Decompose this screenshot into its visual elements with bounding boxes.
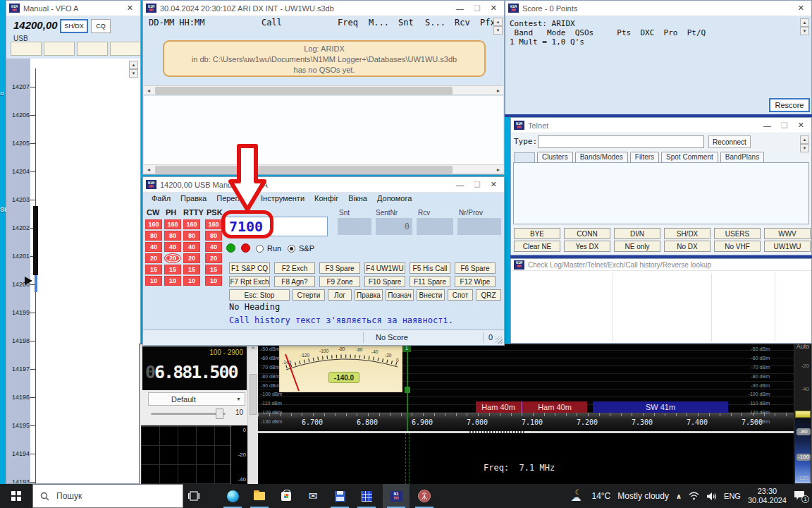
telnet-command-button[interactable]: No DX [664, 241, 710, 252]
log-column-header[interactable]: Call [262, 18, 282, 28]
menu-item[interactable]: Вікна [348, 194, 367, 202]
telnet-command-button[interactable]: No VHF [714, 241, 761, 252]
run-radio[interactable] [256, 245, 264, 253]
close-icon[interactable]: ✕ [127, 4, 133, 13]
language-indicator[interactable]: ENG [724, 492, 741, 500]
menu-item[interactable]: Інструменти [261, 194, 304, 202]
band-segment-sw41m[interactable]: SW 41m [593, 401, 728, 413]
band-button-cw[interactable]: 10 [145, 276, 162, 286]
close-icon[interactable]: ✕ [491, 180, 497, 189]
maximize-icon[interactable]: ❑ [474, 180, 481, 189]
sdr-main-display[interactable]: -50 dBm-60 dBm-70 dBm-80 dBm-90 dBm-100 … [258, 344, 795, 484]
task-view-button[interactable] [180, 484, 207, 508]
score-titlebar[interactable]: N1MMM Score - 0 Points ✕ [505, 1, 811, 16]
band-button-ph[interactable]: 40 [164, 242, 181, 252]
vfo-memory-slot[interactable] [44, 42, 75, 56]
sdr-volume-slider[interactable] [151, 413, 226, 415]
telnet-titlebar[interactable]: N1MMM Telnet — ❑ ✕ [511, 118, 811, 133]
tuning-marker-handle[interactable] [405, 387, 410, 393]
function-key-button[interactable]: F9 Zone [319, 276, 360, 287]
entry-action-button[interactable]: Лог [328, 289, 352, 301]
band-button-cw[interactable]: 160 [145, 219, 162, 229]
file-explorer-button[interactable] [246, 484, 273, 508]
close-icon[interactable]: ✕ [491, 4, 497, 13]
band-button-ph[interactable]: 15 [164, 265, 181, 274]
log-column-header[interactable]: Freq [338, 18, 358, 28]
telnet-tab[interactable]: BandPlans [720, 152, 764, 162]
entry-action-button[interactable]: Спот [448, 289, 473, 301]
log-column-header[interactable]: DD-MM HH:MM [149, 18, 204, 28]
telnet-command-button[interactable]: BYE [514, 228, 560, 239]
menu-item[interactable]: Правка [180, 194, 207, 202]
function-key-button[interactable]: F12 Wipe [455, 276, 496, 287]
function-key-button[interactable]: F7 Rpt Exch [229, 276, 270, 287]
telnet-command-button[interactable]: UW1WU [764, 241, 811, 252]
function-key-button[interactable]: F5 His Call [410, 262, 450, 274]
menu-item[interactable]: Конфіг [314, 194, 338, 202]
bandmap-pane[interactable]: 1420714206142051420414203142021420114200… [6, 59, 140, 483]
close-icon[interactable]: ✕ [798, 4, 804, 13]
band-button-rtty[interactable]: 20 [183, 253, 200, 263]
check-titlebar[interactable]: N1MMM Check Log/Master/Telnet/Exch/Call … [511, 259, 811, 271]
log-horizontal-scrollbar[interactable]: ◄ ► [144, 85, 503, 95]
rcv-field[interactable] [417, 218, 453, 235]
frequency-scale-label[interactable]: 7.000 [467, 418, 488, 426]
notification-center-button[interactable]: 1 [794, 490, 806, 502]
log-scroll-spinner[interactable]: ▲▼ [493, 18, 503, 35]
band-button-ph[interactable]: 160 [164, 219, 181, 229]
close-icon[interactable]: ✕ [798, 121, 804, 130]
colorbar-threshold-handle[interactable] [795, 411, 811, 418]
band-button-cw[interactable]: 40 [145, 242, 162, 252]
collapse-icon[interactable]: ^ [248, 346, 258, 353]
minimize-icon[interactable]: — [763, 121, 771, 130]
start-button[interactable] [0, 484, 32, 508]
frequency-scale-label[interactable]: 7.100 [522, 418, 543, 426]
scroll-left-icon[interactable]: ◄ [144, 86, 154, 95]
maximize-icon[interactable]: ❑ [474, 4, 481, 13]
score-scroll-spinner[interactable]: ▲▼ [800, 18, 809, 35]
tray-overflow-icon[interactable]: ∧ [676, 492, 682, 500]
nrprov-field[interactable] [457, 218, 501, 235]
mail-button[interactable]: ✉ [300, 484, 326, 508]
vfo-memory-slot[interactable] [11, 42, 42, 56]
function-key-button[interactable]: F8 Agn? [274, 276, 315, 287]
band-button-psk[interactable]: 15 [205, 265, 222, 274]
sdr-waterfall[interactable]: Freq: 7.1 MHz [258, 433, 795, 485]
function-key-button[interactable]: F2 Exch [274, 262, 315, 274]
telnet-tab[interactable]: Clusters [537, 152, 573, 162]
entry-action-button[interactable]: Познач [386, 289, 414, 301]
band-button-cw[interactable]: 15 [145, 265, 162, 274]
band-button-cw[interactable]: 20 [145, 253, 162, 263]
minimize-icon[interactable]: — [456, 4, 464, 13]
taskbar-search[interactable]: Пошук [32, 484, 183, 508]
snt-field[interactable] [338, 218, 371, 235]
sdr-preset-dropdown[interactable]: Default▼ [148, 392, 245, 406]
band-segment-ham40m[interactable]: Ham 40m [522, 401, 587, 413]
store-button[interactable] [273, 484, 300, 508]
sdr-app-button[interactable] [411, 484, 438, 508]
telnet-tab[interactable]: Bands/Modes [575, 152, 628, 162]
resize-grip[interactable] [496, 337, 503, 344]
menu-item[interactable]: Файл [152, 194, 171, 202]
function-key-button[interactable]: F4 UW1WU [364, 262, 405, 274]
function-key-button[interactable]: F10 Spare [364, 276, 405, 287]
sdr-collapse-strip[interactable]: ^ [247, 344, 258, 484]
log-column-header[interactable]: S... [425, 18, 445, 28]
telnet-command-input[interactable] [538, 135, 704, 148]
entry-action-button[interactable]: Стерти [293, 289, 325, 301]
entry-action-button[interactable]: Внести [417, 289, 445, 301]
minimize-icon[interactable]: — [456, 181, 464, 189]
n1mm-app-button[interactable]: N1MM [383, 484, 410, 508]
band-button-rtty[interactable]: 15 [183, 265, 200, 274]
band-button-psk[interactable]: 20 [205, 253, 222, 263]
wifi-icon[interactable] [689, 492, 699, 500]
band-button-rtty[interactable]: 40 [183, 242, 200, 252]
band-button-cw[interactable]: 80 [145, 231, 162, 241]
frequency-scale-label[interactable]: 7.400 [687, 418, 708, 426]
scrollbar-thumb[interactable] [155, 166, 453, 174]
sp-radio-label[interactable]: S&P [299, 244, 314, 253]
frequency-scale-label[interactable]: 6.800 [357, 418, 378, 426]
menu-item[interactable]: Допомога [377, 194, 412, 202]
log-titlebar[interactable]: N1MMM 30.04.2024 20:30:10Z ARI DX INT - … [143, 1, 504, 16]
band-button-psk[interactable]: 10 [205, 276, 222, 286]
